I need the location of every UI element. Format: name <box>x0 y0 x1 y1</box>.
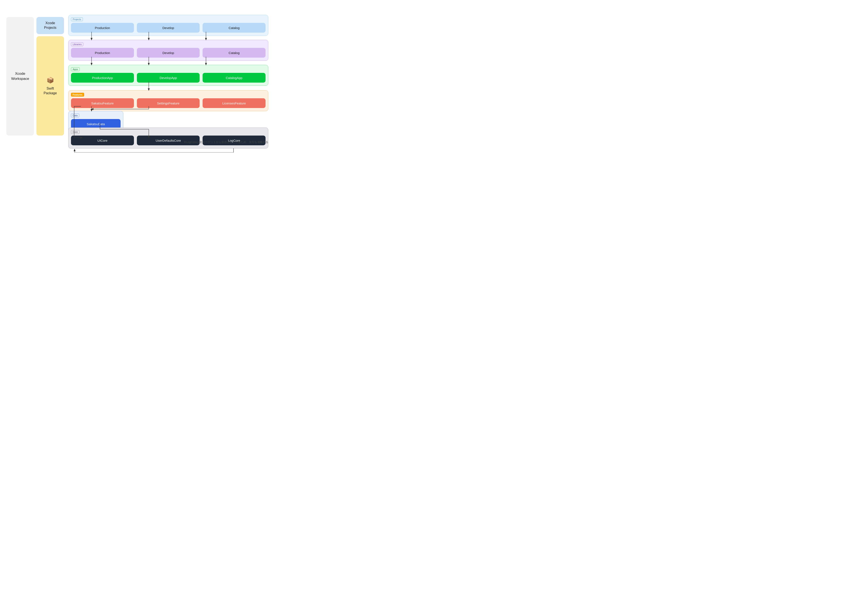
node-develop-app: DevelopApp <box>137 73 200 83</box>
section-apps: Apps ProductionApp DevelopApp CatalogApp <box>68 65 268 86</box>
section-features: Features SakatsuFeature SettingsFeature … <box>68 90 268 111</box>
swift-package-icon: 📦 <box>46 76 54 84</box>
node-catalog-app: CatalogApp <box>203 73 265 83</box>
apps-label: Apps <box>71 67 80 71</box>
node-develop-library: Develop <box>137 48 200 57</box>
node-production-app: ProductionApp <box>71 73 134 83</box>
footnote-text: ※LogCoreは全ターゲットから依存されているため、矢印を省略する <box>184 141 268 144</box>
section-core: Core UICore UserDefaultsCore LogCore <box>68 127 268 149</box>
node-licenses-feature: LicensesFeature <box>203 98 265 108</box>
workspace-label: XcodeWorkspace <box>11 71 29 81</box>
page-container: XcodeWorkspace XcodeProjects 📦 SwiftPack… <box>0 0 274 153</box>
node-catalog-library: Catalog <box>203 48 265 57</box>
node-uicore: UICore <box>71 136 134 145</box>
diagram-area: Projects Production Develop Catalog Libr… <box>68 15 268 138</box>
libraries-row: Production Develop Catalog <box>71 48 265 57</box>
core-label: Core <box>71 130 79 134</box>
node-settings-feature: SettingsFeature <box>137 98 200 108</box>
left-panels: XcodeWorkspace XcodeProjects 📦 SwiftPack… <box>6 17 64 136</box>
apps-row: ProductionApp DevelopApp CatalogApp <box>71 73 265 83</box>
xcode-projects-box: XcodeProjects <box>36 17 64 34</box>
data-label: Data <box>71 113 79 117</box>
footnote: ※LogCoreは全ターゲットから依存されているため、矢印を省略する <box>184 140 268 144</box>
features-row: SakatsuFeature SettingsFeature LicensesF… <box>71 98 265 108</box>
swift-package-label: SwiftPackage <box>43 86 57 96</box>
projects-label: Projects <box>71 17 83 21</box>
node-production-project: Production <box>71 23 134 33</box>
node-catalog-project: Catalog <box>203 23 265 33</box>
libraries-label: Libraries <box>71 42 83 46</box>
xcode-projects-label: XcodeProjects <box>44 21 56 29</box>
xcode-panel: XcodeProjects 📦 SwiftPackage <box>36 17 64 136</box>
features-label: Features <box>71 93 84 97</box>
workspace-panel: XcodeWorkspace <box>6 17 34 136</box>
node-production-library: Production <box>71 48 134 57</box>
section-projects: Projects Production Develop Catalog <box>68 15 268 36</box>
swift-package-box: 📦 SwiftPackage <box>36 36 64 136</box>
section-libraries: Libraries Production Develop Catalog <box>68 40 268 61</box>
projects-row: Production Develop Catalog <box>71 23 265 33</box>
node-sakatsu-feature: SakatsuFeature <box>71 98 134 108</box>
node-develop-project: Develop <box>137 23 200 33</box>
